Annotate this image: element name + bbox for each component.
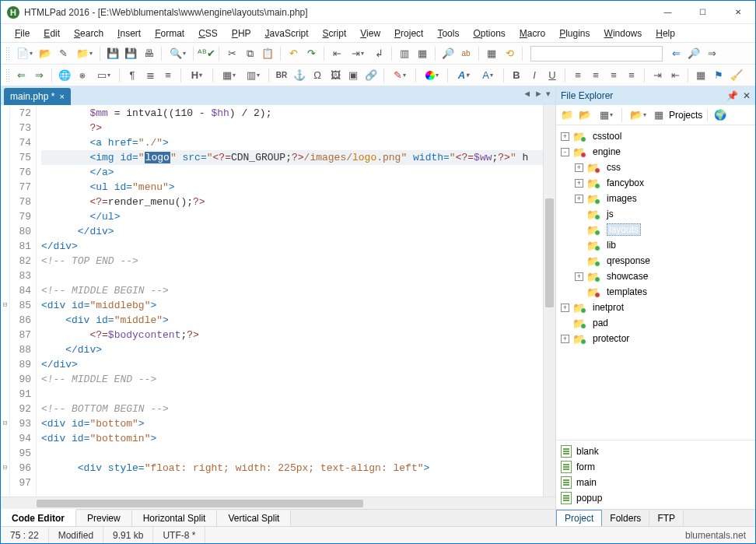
folder-tree[interactable]: +📁csstool-📁engine+📁css+📁fancybox+📁images… bbox=[556, 125, 755, 440]
tree-item-lib[interactable]: 📁lib bbox=[558, 237, 754, 253]
save-button[interactable]: 💾 bbox=[105, 46, 121, 61]
bold-button[interactable]: B bbox=[509, 68, 524, 83]
tree-expander-icon[interactable]: + bbox=[575, 179, 583, 188]
ol-button[interactable]: ≡ bbox=[160, 68, 176, 83]
align-justify-button[interactable]: ≡ bbox=[624, 68, 639, 83]
explorer-tab-folders[interactable]: Folders bbox=[602, 511, 649, 526]
tree-item-protector[interactable]: +📁protector bbox=[558, 331, 754, 346]
validate-button[interactable]: ▦ bbox=[693, 68, 709, 83]
link-button[interactable]: 🔗 bbox=[363, 68, 379, 83]
tree-item-inetprot[interactable]: +📁inetprot bbox=[558, 300, 754, 315]
align-right-button[interactable]: ≡ bbox=[606, 68, 621, 83]
run-button[interactable]: ▦ bbox=[484, 46, 499, 61]
tree-expander-icon[interactable]: + bbox=[561, 335, 569, 343]
wrap-button[interactable]: ↲ bbox=[371, 46, 387, 61]
menu-search[interactable]: Search bbox=[68, 26, 110, 40]
menu-help[interactable]: Help bbox=[649, 26, 681, 40]
view-tab-code-editor[interactable]: Code Editor bbox=[1, 509, 76, 526]
panel2-button[interactable]: ▦ bbox=[415, 46, 430, 61]
tree-expander-icon[interactable]: - bbox=[561, 148, 569, 156]
menu-css[interactable]: CSS bbox=[192, 26, 224, 40]
tab-close-icon[interactable]: × bbox=[59, 92, 64, 101]
code-editor[interactable]: ⊟⊟⊟ 727374757677787980818283848586878889… bbox=[1, 105, 555, 497]
explorer-tab-ftp[interactable]: FTP bbox=[649, 511, 684, 526]
view-tab-horizontal-split[interactable]: Horizontal Split bbox=[132, 511, 218, 526]
insert-layout-button[interactable]: ▥▾ bbox=[242, 68, 264, 83]
pin-icon[interactable]: 📌 bbox=[726, 90, 738, 101]
menu-tools[interactable]: Tools bbox=[431, 26, 465, 40]
new-file-button[interactable]: 📄▾ bbox=[13, 46, 35, 61]
tab-next-icon[interactable]: ► bbox=[534, 89, 543, 99]
minimize-button[interactable]: — bbox=[650, 1, 685, 23]
paste-button[interactable]: 📋 bbox=[260, 46, 275, 61]
tree-item-layouts[interactable]: 📁layouts bbox=[558, 222, 754, 237]
find-button[interactable]: 🔎 bbox=[440, 46, 456, 61]
tree-expander-icon[interactable]: + bbox=[575, 272, 583, 281]
nav-home-button[interactable]: 🔎 bbox=[686, 46, 702, 61]
color-picker-button[interactable]: ▾ bbox=[421, 68, 443, 83]
tree-item-engine[interactable]: -📁engine bbox=[558, 144, 754, 160]
explorer-tab-project[interactable]: Project bbox=[556, 510, 602, 526]
pilcrow-button[interactable]: ¶ bbox=[124, 68, 140, 83]
undo-button[interactable]: ↶ bbox=[285, 46, 301, 61]
menu-view[interactable]: View bbox=[354, 26, 387, 40]
font-color-button[interactable]: A▾ bbox=[453, 68, 474, 83]
nav-fwd-button[interactable]: ⇒ bbox=[704, 46, 719, 61]
status-encoding[interactable]: UTF-8 * bbox=[153, 527, 205, 543]
toolbar-grip-icon[interactable] bbox=[5, 68, 9, 82]
italic-button[interactable]: I bbox=[527, 68, 542, 83]
browser-menu-button[interactable]: ▭▾ bbox=[93, 68, 114, 83]
panel-close-icon[interactable]: ✕ bbox=[743, 90, 751, 101]
spellcheck-button[interactable]: ᴬᴮ✔ bbox=[198, 46, 214, 61]
cleanup-button[interactable]: 🧹 bbox=[729, 68, 744, 83]
tree-item-templates[interactable]: 📁templates bbox=[558, 284, 754, 300]
nav-prev-button[interactable]: ⇐ bbox=[13, 68, 29, 83]
align-center-button[interactable]: ≡ bbox=[588, 68, 604, 83]
indent-button[interactable]: ⇥▾ bbox=[347, 46, 369, 61]
panel1-button[interactable]: ▥ bbox=[397, 46, 412, 61]
tree-item-qresponse[interactable]: 📁qresponse bbox=[558, 253, 754, 268]
heading-button[interactable]: H▾ bbox=[186, 68, 208, 83]
menu-macro[interactable]: Macro bbox=[513, 26, 551, 40]
insert-table-button[interactable]: ▦▾ bbox=[218, 68, 240, 83]
menu-plugins[interactable]: Plugins bbox=[553, 26, 596, 40]
tab-menu-icon[interactable]: ▾ bbox=[546, 89, 551, 99]
close-button[interactable]: ✕ bbox=[720, 1, 755, 23]
file-item-popup[interactable]: popup bbox=[561, 490, 751, 506]
underline-button[interactable]: U bbox=[544, 68, 560, 83]
address-combo[interactable] bbox=[530, 46, 663, 61]
tree-item-js[interactable]: 📁js bbox=[558, 206, 754, 222]
replace-button[interactable]: ab bbox=[458, 46, 474, 61]
redo-button[interactable]: ↷ bbox=[303, 46, 319, 61]
tree-item-pad[interactable]: 📁pad bbox=[558, 315, 754, 331]
font-face-button[interactable]: A▾ bbox=[477, 68, 499, 83]
list-indent-button[interactable]: ⇥ bbox=[649, 68, 665, 83]
explorer-open-button[interactable]: 📂▾ bbox=[627, 107, 649, 123]
menu-format[interactable]: Format bbox=[149, 26, 191, 40]
menu-file[interactable]: File bbox=[9, 26, 36, 40]
open-button[interactable]: 📂 bbox=[37, 46, 53, 61]
tree-item-showcase[interactable]: +📁showcase bbox=[558, 268, 754, 284]
media-button[interactable]: ▣ bbox=[345, 68, 361, 83]
explorer-new-folder-button[interactable]: 📂 bbox=[577, 107, 593, 123]
tab-prev-icon[interactable]: ◄ bbox=[523, 89, 531, 99]
explorer-world-button[interactable]: 🌍 bbox=[712, 107, 728, 123]
align-left-button[interactable]: ≡ bbox=[570, 68, 586, 83]
zoom-button[interactable]: 🔍▾ bbox=[166, 46, 188, 61]
tree-expander-icon[interactable]: + bbox=[575, 163, 583, 172]
tidy-button[interactable]: ⚑ bbox=[711, 68, 726, 83]
file-item-form[interactable]: form bbox=[561, 459, 751, 475]
omega-button[interactable]: Ω bbox=[310, 68, 325, 83]
debug-button[interactable]: ⟲ bbox=[502, 46, 517, 61]
maximize-button[interactable]: ☐ bbox=[685, 1, 720, 23]
toolbar-grip-icon[interactable] bbox=[5, 47, 9, 61]
copy-button[interactable]: ⧉ bbox=[242, 46, 257, 61]
tree-item-images[interactable]: +📁images bbox=[558, 191, 754, 206]
nav-back-button[interactable]: ⇐ bbox=[668, 46, 684, 61]
ul-button[interactable]: ≣ bbox=[142, 68, 158, 83]
tree-expander-icon[interactable]: + bbox=[561, 132, 569, 141]
menu-project[interactable]: Project bbox=[388, 26, 429, 40]
outdent-button[interactable]: ⇤ bbox=[329, 46, 345, 61]
menu-script[interactable]: Script bbox=[317, 26, 353, 40]
save-all-button[interactable]: 💾 bbox=[123, 46, 138, 61]
